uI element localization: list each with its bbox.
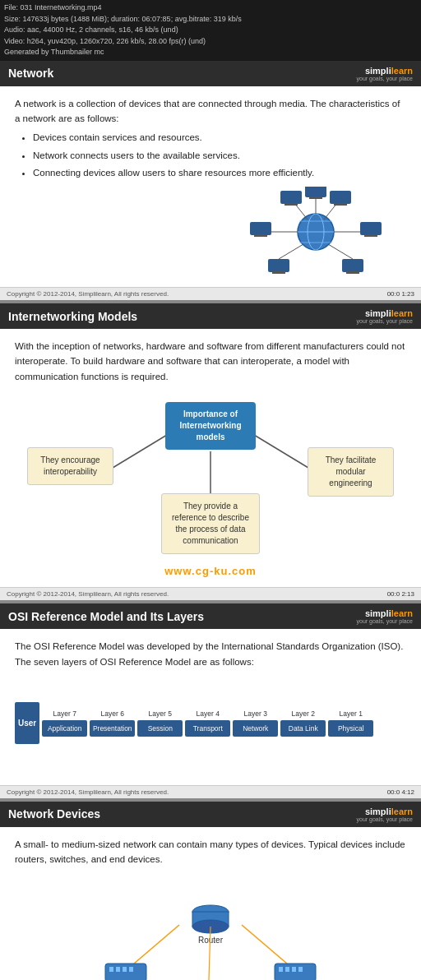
svg-rect-12 — [330, 191, 351, 204]
svg-text:Router: Router — [198, 936, 224, 945]
slide3-copyright: Copyright © 2012-2014, Simplilearn, All … — [0, 785, 421, 798]
slide2-title: Internetworking Models — [8, 310, 137, 323]
layer-5: Layer 5 Session — [137, 710, 183, 737]
svg-rect-7 — [285, 203, 298, 206]
slide1-logo: simplilearn your goals, your place — [357, 66, 413, 81]
slide-devices: Network Devices simplilearn your goals, … — [0, 802, 421, 980]
bottom-diagram-box: They provide a reference to describe the… — [161, 493, 260, 554]
svg-line-34 — [242, 925, 287, 964]
svg-line-33 — [134, 925, 179, 964]
slide2-header: Internetworking Models simplilearn your … — [0, 303, 421, 329]
svg-rect-36 — [109, 967, 113, 972]
slide3-content: The OSI Reference Model was developed by… — [0, 629, 421, 785]
svg-rect-42 — [279, 967, 283, 972]
svg-rect-22 — [272, 271, 285, 274]
file-info-bar: File: 031 Internetworking.mp4 Size: 1476… — [0, 0, 421, 61]
layer1-box: Physical — [328, 720, 373, 737]
file-info-line5: Generated by Thumbnailer mc — [4, 47, 417, 58]
layer3-box: Network — [233, 720, 278, 737]
bullet-item: Connecting devices allow users to share … — [33, 166, 406, 180]
layer7-num: Layer 7 — [53, 710, 76, 718]
svg-rect-25 — [254, 234, 267, 237]
center-diagram-box: Importance of Internetworking models — [165, 402, 256, 450]
slide-internetworking: Internetworking Models simplilearn your … — [0, 303, 421, 600]
svg-rect-24 — [250, 222, 271, 235]
layer-4: Layer 4 Transport — [185, 710, 230, 737]
svg-line-20 — [279, 244, 303, 259]
svg-rect-15 — [360, 222, 382, 235]
right-diagram-box: They facilitate modular engineering — [308, 447, 394, 497]
layer2-box: Data Link — [280, 720, 326, 737]
slide1-image — [15, 187, 406, 277]
slide1-timestamp: 00:0 1:23 — [387, 290, 414, 298]
svg-rect-19 — [346, 271, 359, 274]
svg-line-26 — [113, 435, 167, 468]
svg-line-27 — [254, 435, 308, 468]
layer4-box: Transport — [185, 720, 230, 737]
slide1-copyright-text: Copyright © 2012-2014, Simplilearn, All … — [7, 290, 169, 298]
slide2-logo: simplilearn your goals, your place — [357, 308, 413, 324]
svg-rect-16 — [364, 234, 377, 237]
svg-rect-9 — [305, 187, 326, 197]
svg-rect-38 — [123, 967, 127, 972]
slide3-body: The OSI Reference Model was developed by… — [15, 639, 406, 669]
watermark: www.cg-ku.com — [15, 565, 406, 577]
slide3-title: OSI Reference Model and Its Layers — [8, 610, 204, 623]
layer2-num: Layer 2 — [292, 710, 315, 718]
slide1-copyright: Copyright © 2012-2014, Simplilearn, All … — [0, 287, 421, 300]
svg-line-17 — [328, 244, 353, 259]
layer1-num: Layer 1 — [340, 710, 363, 718]
slide-network: Network simplilearn your goals, your pla… — [0, 61, 421, 301]
file-info-line2: Size: 147633j bytes (1488 MiB); duration… — [4, 14, 417, 25]
slide3-timestamp: 00:0 4:12 — [387, 788, 414, 796]
layer-1: Layer 1 Physical — [328, 710, 373, 737]
slide1-title: Network — [8, 67, 53, 80]
devices-svg: Router Switch Switch — [15, 877, 406, 980]
slide1-bullets: Devices contain services and resources. … — [15, 131, 406, 180]
slide1-content: A network is a collection of devices tha… — [0, 86, 421, 288]
svg-rect-10 — [309, 196, 322, 199]
bullet-item: Devices contain services and resources. — [33, 131, 406, 145]
layer3-num: Layer 3 — [244, 710, 267, 718]
slide4-content: A small- to medium-sized network can con… — [0, 827, 421, 980]
layer7-box: Application — [42, 720, 87, 737]
svg-rect-21 — [268, 259, 289, 272]
left-diagram-box: They encourage interoperability — [27, 447, 113, 485]
slide2-content: With the inception of networks, hardware… — [0, 329, 421, 587]
layer6-box: Presentation — [90, 720, 135, 737]
layer-3: Layer 3 Network — [233, 710, 278, 737]
slide4-body: A small- to medium-sized network can con… — [15, 837, 406, 867]
slide1-body: A network is a collection of devices tha… — [15, 96, 406, 127]
svg-rect-41 — [275, 964, 316, 980]
layer6-num: Layer 6 — [101, 710, 124, 718]
file-info-line1: File: 031 Internetworking.mp4 — [4, 2, 417, 14]
svg-rect-44 — [292, 967, 296, 972]
layer-7: Layer 7 Application — [42, 710, 87, 737]
svg-line-64 — [208, 927, 210, 980]
file-info-line4: Video: h264, yuv420p, 1260x720, 226 kb/s… — [4, 36, 417, 48]
slide-osi: OSI Reference Model and Its Layers simpl… — [0, 603, 421, 798]
svg-rect-39 — [129, 967, 133, 972]
slide1-header: Network simplilearn your goals, your pla… — [0, 61, 421, 86]
slide3-logo: simplilearn your goals, your place — [357, 608, 413, 624]
osi-layers-wrapper: User Layer 7 Application Layer 6 Present… — [15, 677, 406, 775]
slide2-timestamp: 00:0 2:13 — [387, 590, 414, 598]
layer5-box: Session — [137, 720, 183, 737]
svg-rect-6 — [280, 191, 302, 204]
slide2-body: With the inception of networks, hardware… — [15, 339, 406, 384]
svg-rect-35 — [105, 964, 146, 980]
layer5-num: Layer 5 — [149, 710, 172, 718]
layer4-num: Layer 4 — [197, 710, 220, 718]
file-info-line3: Audio: aac, 44000 Hz, 2 channels, s16, 4… — [4, 25, 417, 36]
svg-rect-37 — [116, 967, 120, 972]
svg-rect-13 — [334, 203, 347, 206]
user-label: User — [15, 702, 39, 744]
svg-rect-43 — [285, 967, 289, 972]
layer-6: Layer 6 Presentation — [90, 710, 135, 737]
slide2-copyright-text: Copyright © 2012-2014, Simplilearn, All … — [7, 590, 169, 598]
svg-rect-18 — [342, 259, 363, 272]
osi-layers: User Layer 7 Application Layer 6 Present… — [15, 702, 406, 744]
slide4-logo: simplilearn your goals, your place — [357, 807, 413, 822]
layer-2: Layer 2 Data Link — [280, 710, 326, 737]
bullet-item: Network connects users to the available … — [33, 149, 406, 163]
